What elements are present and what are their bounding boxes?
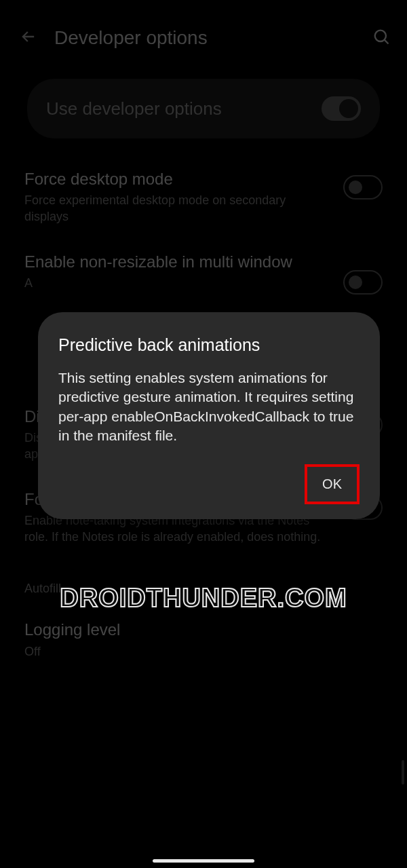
dialog-actions: OK bbox=[58, 464, 360, 504]
dialog-predictive-back: Predictive back animations This setting … bbox=[38, 312, 380, 519]
dialog-body: This setting enables system animations f… bbox=[58, 369, 360, 445]
ok-button[interactable]: OK bbox=[305, 464, 360, 504]
home-indicator[interactable] bbox=[153, 859, 254, 863]
dialog-title: Predictive back animations bbox=[58, 335, 360, 355]
